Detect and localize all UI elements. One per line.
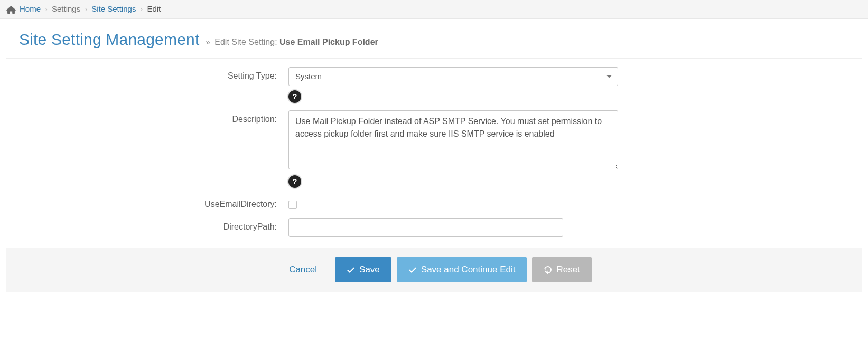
- page-title: Site Setting Management: [19, 31, 199, 49]
- help-icon[interactable]: ?: [288, 175, 301, 188]
- directory-path-label: DirectoryPath:: [19, 218, 288, 232]
- use-email-directory-checkbox[interactable]: [288, 201, 297, 209]
- save-continue-button[interactable]: Save and Continue Edit: [397, 257, 527, 282]
- form-actions: Cancel Save Save and Continue Edit Reset: [6, 248, 862, 292]
- save-button-label: Save: [359, 264, 380, 275]
- breadcrumb-site-settings[interactable]: Site Settings: [91, 4, 136, 13]
- caret-down-icon: [606, 75, 612, 78]
- reset-button-label: Reset: [556, 264, 580, 275]
- chevron-right-icon: ›: [44, 4, 49, 13]
- cancel-button-label: Cancel: [289, 264, 317, 275]
- page-subtitle-prefix: Edit Site Setting:: [214, 37, 277, 46]
- setting-type-value: System: [295, 68, 322, 86]
- description-label: Description:: [19, 110, 288, 124]
- breadcrumb-home[interactable]: Home: [20, 4, 41, 13]
- setting-type-select[interactable]: System: [288, 67, 618, 86]
- page-subtitle: » Edit Site Setting: Use Email Pickup Fo…: [206, 37, 378, 47]
- save-continue-button-label: Save and Continue Edit: [421, 264, 516, 275]
- directory-path-input[interactable]: [288, 218, 563, 237]
- save-button[interactable]: Save: [335, 257, 391, 282]
- breadcrumb: Home › Settings › Site Settings › Edit: [0, 0, 868, 19]
- chevron-right-icon: ›: [139, 4, 144, 13]
- help-icon[interactable]: ?: [288, 90, 301, 103]
- edit-form: Setting Type: System ? Description: ? Us…: [6, 59, 862, 237]
- page-subtitle-subject: Use Email Pickup Folder: [279, 37, 378, 46]
- home-icon: [6, 5, 16, 13]
- breadcrumb-edit: Edit: [147, 4, 161, 13]
- page-header: Site Setting Management » Edit Site Sett…: [6, 19, 862, 59]
- reset-button[interactable]: Reset: [532, 257, 591, 282]
- undo-icon: [544, 265, 552, 274]
- description-textarea[interactable]: [288, 110, 618, 169]
- check-icon: [408, 265, 417, 274]
- breadcrumb-settings: Settings: [52, 4, 80, 13]
- cancel-button[interactable]: Cancel: [276, 257, 330, 282]
- chevron-right-icon: ›: [83, 4, 88, 13]
- check-icon: [347, 265, 355, 274]
- raquo-icon: »: [206, 37, 210, 46]
- setting-type-label: Setting Type:: [19, 67, 288, 81]
- use-email-directory-label: UseEmailDirectory:: [19, 195, 288, 209]
